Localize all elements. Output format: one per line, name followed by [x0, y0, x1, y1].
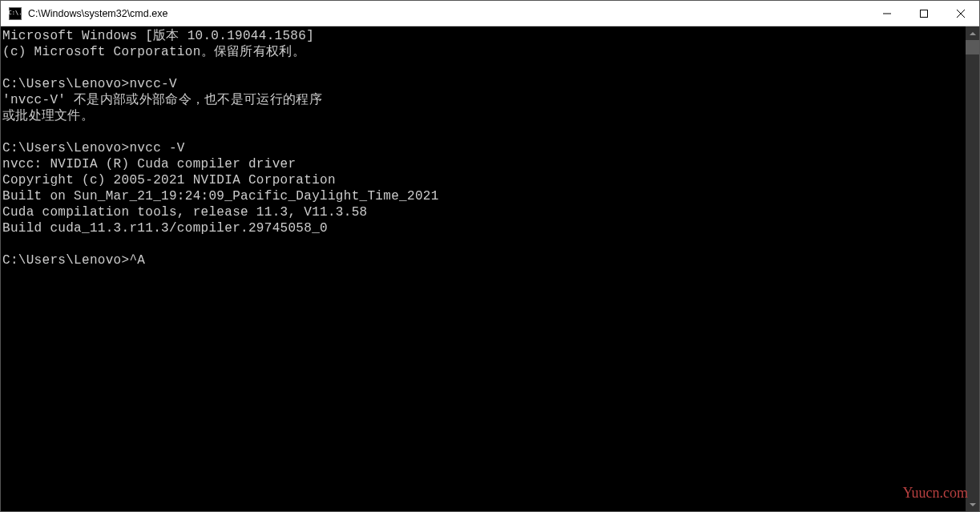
cmd-window: C:\. C:\Windows\system32\cmd.exe Microso…: [0, 0, 980, 512]
scroll-down-button[interactable]: [966, 498, 979, 511]
close-icon: [957, 10, 965, 18]
scroll-up-button[interactable]: [966, 26, 979, 40]
chevron-up-icon: [970, 32, 976, 35]
window-title: C:\Windows\system32\cmd.exe: [28, 8, 167, 19]
maximize-icon: [920, 10, 928, 18]
cmd-icon-text: C:\.: [9, 10, 22, 16]
minimize-icon: [883, 10, 891, 18]
close-button[interactable]: [942, 1, 979, 26]
scrollbar-thumb[interactable]: [966, 40, 979, 54]
minimize-button[interactable]: [869, 1, 905, 26]
chevron-down-icon: [970, 503, 976, 506]
console-body: Microsoft Windows [版本 10.0.19044.1586] (…: [1, 26, 979, 511]
svg-rect-1: [921, 10, 928, 17]
cmd-icon: C:\.: [9, 7, 22, 20]
svg-marker-4: [970, 32, 976, 35]
vertical-scrollbar[interactable]: [966, 26, 979, 511]
scrollbar-track[interactable]: [966, 40, 979, 498]
svg-marker-5: [970, 503, 976, 506]
maximize-button[interactable]: [905, 1, 942, 26]
titlebar[interactable]: C:\. C:\Windows\system32\cmd.exe: [1, 1, 979, 26]
window-controls: [869, 1, 979, 26]
console-output[interactable]: Microsoft Windows [版本 10.0.19044.1586] (…: [1, 26, 966, 511]
